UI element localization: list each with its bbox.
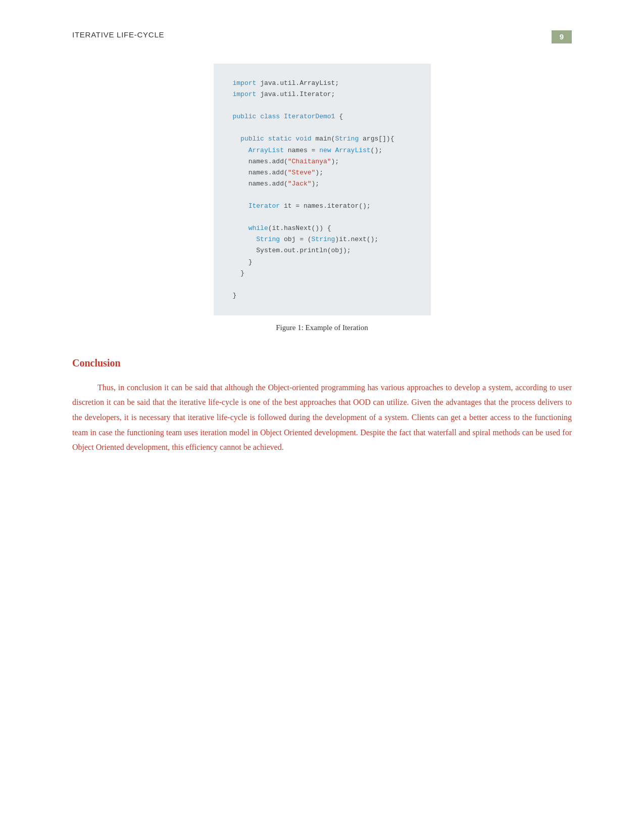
- header-title: ITERATIVE LIFE-CYCLE: [72, 30, 164, 39]
- code-line: [233, 100, 412, 111]
- page-number-container: 9: [552, 30, 572, 43]
- code-line: [233, 190, 412, 201]
- code-line: names.add("Chaitanya");: [233, 156, 412, 167]
- conclusion-paragraph: Thus, in conclusion it can be said that …: [72, 380, 572, 455]
- code-line: names.add("Jack");: [233, 178, 412, 190]
- code-block: import java.util.ArrayList; import java.…: [214, 64, 431, 315]
- code-line: import java.util.Iterator;: [233, 89, 412, 100]
- code-line: }: [233, 268, 412, 279]
- figure-caption: Figure 1: Example of Iteration: [276, 323, 368, 332]
- code-line: public class IteratorDemo1 {: [233, 111, 412, 122]
- page-number: 9: [560, 32, 564, 41]
- code-line: String obj = (String)it.next();: [233, 234, 412, 245]
- code-line: }: [233, 257, 412, 268]
- code-line: ArrayList names = new ArrayList();: [233, 145, 412, 156]
- code-line: [233, 122, 412, 133]
- code-line: import java.util.ArrayList;: [233, 78, 412, 89]
- code-line: Iterator it = names.iterator();: [233, 201, 412, 212]
- code-line: while(it.hasNext()) {: [233, 223, 412, 234]
- code-line: }: [233, 290, 412, 301]
- code-line: public static void main(String args[]){: [233, 133, 412, 145]
- page: ITERATIVE LIFE-CYCLE 9 import java.util.…: [0, 0, 644, 834]
- conclusion-body: Thus, in conclusion it can be said that …: [72, 380, 572, 455]
- conclusion-heading: Conclusion: [72, 357, 572, 369]
- code-line: names.add("Steve");: [233, 167, 412, 178]
- page-header: ITERATIVE LIFE-CYCLE 9: [72, 30, 572, 43]
- code-line: System.out.println(obj);: [233, 245, 412, 256]
- code-figure-container: import java.util.ArrayList; import java.…: [72, 64, 572, 332]
- conclusion-section: Conclusion Thus, in conclusion it can be…: [72, 357, 572, 455]
- code-line: [233, 279, 412, 290]
- code-line: [233, 212, 412, 223]
